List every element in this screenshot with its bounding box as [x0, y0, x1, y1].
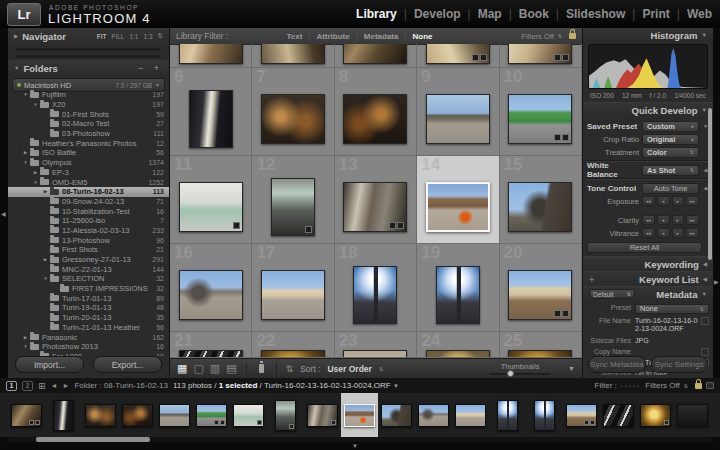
photo-thumbnail[interactable]	[179, 44, 243, 64]
filmstrip-item-19[interactable]	[674, 393, 711, 437]
photo-thumbnail[interactable]	[261, 270, 325, 320]
filmstrip-thumbnail[interactable]	[53, 400, 74, 431]
filmstrip-item-7[interactable]	[230, 393, 267, 437]
photo-thumbnail[interactable]	[179, 182, 243, 232]
filmstrip-thumbnail[interactable]	[344, 404, 375, 427]
vibrance-step-button[interactable]: ◂◂	[642, 228, 655, 238]
second-window-button[interactable]: 2	[22, 381, 33, 391]
painter-tool-icon[interactable]	[259, 364, 264, 373]
filter-tab-none[interactable]: None	[413, 32, 433, 41]
filmstrip-item-13[interactable]	[452, 393, 489, 437]
filmstrip-scrollbar[interactable]	[36, 437, 150, 442]
exposure-step-button[interactable]: ▸▸	[686, 196, 699, 206]
navigator-header[interactable]: ▶ Navigator FITFILL1:11:3⇅	[8, 28, 169, 44]
import-button[interactable]: Import...	[15, 356, 84, 373]
left-panel-collapse-strip[interactable]: ◀	[0, 28, 8, 378]
keyword-list-header[interactable]: + Keyword List ◀	[583, 271, 713, 286]
metadata-preset-dropdown[interactable]: None⇅	[635, 304, 709, 314]
grid-cell-21[interactable]: 21	[170, 332, 252, 357]
grid-cell-12[interactable]: 12	[252, 156, 334, 243]
module-slideshow[interactable]: Slideshow	[566, 7, 625, 21]
filmstrip-item-11[interactable]	[378, 393, 415, 437]
filmstrip-item-9[interactable]	[304, 393, 341, 437]
folder-row[interactable]: 11-25600-iso7	[8, 216, 169, 226]
filmstrip-thumbnail[interactable]	[11, 404, 42, 427]
thumbnail-size-slider[interactable]	[489, 373, 551, 375]
exposure-step-button[interactable]: ▸	[672, 196, 685, 206]
forward-arrow-icon[interactable]: ►	[62, 382, 69, 389]
photo-thumbnail[interactable]	[271, 178, 315, 236]
toolbar-chevron-icon[interactable]: ▼	[568, 365, 575, 372]
filmstrip-thumbnail[interactable]	[534, 400, 555, 431]
sort-direction-icon[interactable]: ⇅	[286, 364, 294, 374]
clarity-step-button[interactable]: ▸▸	[686, 215, 699, 225]
photo-thumbnail[interactable]	[426, 94, 490, 144]
filmstrip-item-17[interactable]	[600, 393, 637, 437]
photo-thumbnail[interactable]	[179, 350, 243, 357]
folder-row[interactable]: 02-Macro Test27	[8, 119, 169, 129]
histogram-header[interactable]: Histogram ▼	[583, 28, 713, 42]
grid-cell-15[interactable]: 15	[500, 156, 582, 243]
folder-row[interactable]: MNC-22-01-13144	[8, 264, 169, 274]
quick-develop-header[interactable]: Quick Develop ▼	[583, 102, 713, 117]
grid-cell-18[interactable]: 18	[335, 244, 417, 331]
filmstrip-thumbnail[interactable]	[418, 404, 449, 427]
crop-ratio-dropdown[interactable]: Original▸	[642, 134, 699, 145]
thumbnail-badge-icon[interactable]	[562, 54, 569, 61]
thumbnail-badge-icon[interactable]	[305, 226, 312, 233]
thumbnail-badge-icon[interactable]	[562, 134, 569, 141]
thumbnail-badge-icon[interactable]	[233, 222, 240, 229]
auto-tone-button[interactable]: Auto Tone	[642, 183, 699, 194]
zoom-option-1-1[interactable]: 1:1	[129, 33, 138, 40]
grid-cell[interactable]	[500, 44, 582, 67]
export-button[interactable]: Export...	[93, 356, 162, 373]
grid-cell-7[interactable]: 7	[252, 68, 334, 155]
photo-thumbnail[interactable]	[508, 270, 572, 320]
filmstrip-collapse-icon[interactable]: ▼	[352, 443, 358, 449]
filmstrip-item-16[interactable]	[563, 393, 600, 437]
filmstrip-folder-label[interactable]: Folder : 08-Turin-16-02-13	[74, 381, 168, 390]
grid-cell[interactable]	[417, 44, 499, 67]
filmstrip-thumbnail[interactable]	[122, 404, 153, 427]
folder-row[interactable]: FIRST IMPRESSIONS32	[8, 284, 169, 294]
grid-cell[interactable]	[170, 44, 252, 67]
grid-cell-17[interactable]: 17	[252, 244, 334, 331]
grid-cell-10[interactable]: 10	[500, 68, 582, 155]
reset-all-button[interactable]: Reset All	[587, 242, 702, 253]
folder-row[interactable]: Turin-19-01-1348	[8, 303, 169, 313]
vibrance-step-button[interactable]: ▸▸	[686, 228, 699, 238]
filter-tab-attribute[interactable]: Attribute	[316, 32, 349, 41]
photo-thumbnail[interactable]	[508, 350, 572, 357]
photo-thumbnail[interactable]	[508, 94, 572, 144]
filmstrip-thumbnail[interactable]	[603, 404, 634, 427]
folder-row[interactable]: First Shots21	[8, 245, 169, 255]
photo-thumbnail[interactable]	[426, 44, 490, 64]
grid-cell[interactable]	[252, 44, 334, 67]
filmstrip-filter-value[interactable]: Filters Off	[645, 381, 680, 390]
filmstrip-item-12[interactable]	[415, 393, 452, 437]
sync-settings-button[interactable]: Sync Settings	[651, 356, 709, 373]
filmstrip-thumbnail[interactable]	[159, 404, 190, 427]
grid-cell-8[interactable]: 8	[335, 68, 417, 155]
thumbnail-badge-icon[interactable]	[554, 54, 561, 61]
folder-row[interactable]: 10-Stabilization-Test16	[8, 206, 169, 216]
thumbnail-badge-icon[interactable]	[389, 222, 396, 229]
filmstrip-thumbnail[interactable]	[455, 404, 486, 427]
white-balance-dropdown[interactable]: As Shot⇅	[642, 165, 699, 176]
zoom-option-fit[interactable]: FIT	[97, 33, 107, 40]
folder-row[interactable]: Turin-20-01-1335	[8, 313, 169, 323]
folder-row[interactable]: Heather's Panasonic Photos12	[8, 138, 169, 148]
back-arrow-icon[interactable]: ◄	[51, 382, 58, 389]
zoom-more-icon[interactable]: ⇅	[158, 32, 163, 40]
filmstrip-thumbnail[interactable]	[677, 404, 708, 427]
thumbnail-badge-icon[interactable]	[554, 134, 561, 141]
keywording-header[interactable]: Keywording ◀	[583, 256, 713, 271]
photo-thumbnail[interactable]	[261, 94, 325, 144]
survey-view-icon[interactable]: ▤	[226, 363, 236, 374]
photo-thumbnail[interactable]	[179, 270, 243, 320]
grid-cell-6[interactable]: 6	[170, 68, 252, 155]
filmstrip-item-1[interactable]	[8, 393, 45, 437]
filmstrip-thumbnail[interactable]	[566, 404, 597, 427]
filmstrip-item-2[interactable]	[45, 393, 82, 437]
filmstrip-thumbnail[interactable]	[275, 400, 296, 431]
